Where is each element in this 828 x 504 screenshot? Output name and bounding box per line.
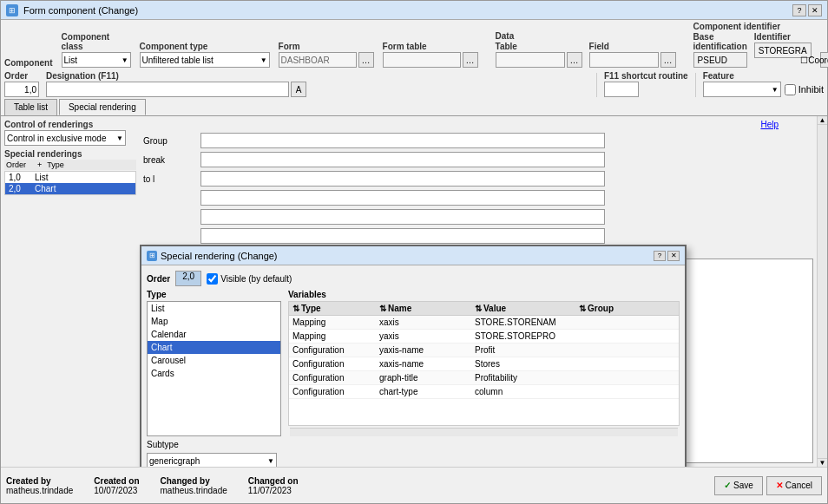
var-row-6[interactable]: Configuration chart-type column	[289, 385, 679, 399]
component-type-group: Component type Unfiltered table list ▼	[140, 42, 270, 68]
designation-icon-btn[interactable]: A	[291, 82, 306, 97]
identifier-label: Identifier	[754, 32, 812, 42]
empty-row-2	[143, 209, 605, 225]
changed-by-item: Changed by matheus.trindade	[161, 476, 227, 495]
combo-arrow-icon: ▼	[122, 56, 128, 64]
col-order: Order	[6, 160, 32, 169]
component-class-combo[interactable]: List ▼	[62, 52, 131, 68]
designation-input[interactable]	[46, 82, 289, 97]
base-id-value: PSEUD	[693, 52, 747, 68]
break-input[interactable]	[200, 152, 605, 167]
type-list-panel: Type List Map Calendar Chart Carousel Ca…	[147, 290, 281, 436]
rendering-row-2[interactable]: 2,0 Chart	[5, 183, 135, 194]
type-item-calendar[interactable]: Calendar	[148, 328, 280, 341]
inhibit-label: Inhibit	[798, 84, 824, 95]
data-table-input[interactable]	[496, 52, 565, 68]
break-row: break	[143, 152, 605, 167]
feature-combo[interactable]: ▼	[703, 82, 781, 97]
dialog-help-btn[interactable]: ?	[654, 251, 666, 261]
type-item-list[interactable]: List	[148, 302, 280, 315]
rendering-row-1[interactable]: 1,0 List	[5, 172, 135, 183]
data-table-browse-btn[interactable]: …	[567, 52, 582, 68]
form-table-input[interactable]	[383, 52, 461, 68]
help-link[interactable]: Help	[760, 120, 779, 129]
changed-by-value: matheus.trindade	[161, 486, 227, 495]
designation-label: Designation (F11)	[46, 71, 589, 81]
var-row-4[interactable]: Configuration xaxis-name Stores	[289, 357, 679, 371]
scrollbar-right: ▲ ▼	[817, 116, 827, 467]
type-item-map[interactable]: Map	[148, 315, 280, 328]
component-type-combo[interactable]: Unfiltered table list ▼	[140, 52, 270, 68]
var-row-2[interactable]: Mapping yaxis STORE.STOREPRO	[289, 330, 679, 344]
separator-3	[596, 73, 597, 97]
var-row-1[interactable]: Mapping xaxis STORE.STORENAM	[289, 316, 679, 330]
type-item-cards[interactable]: Cards	[148, 367, 280, 380]
subtype-row: Subtype	[147, 440, 680, 449]
order-input[interactable]	[4, 82, 39, 97]
created-on-item: Created on 10/07/2023	[94, 476, 139, 495]
empty-row-1	[143, 190, 605, 206]
created-by-item: Created by matheus.trindade	[6, 476, 73, 495]
close-button[interactable]: ✕	[808, 4, 822, 16]
type-item-chart[interactable]: Chart	[148, 341, 280, 354]
dialog-close-btn[interactable]: ✕	[667, 251, 680, 261]
tab-special-rendering[interactable]: Special rendering	[59, 99, 146, 115]
group-input[interactable]	[200, 133, 605, 148]
changed-by-label: Changed by	[161, 476, 227, 486]
field-group: Field …	[589, 42, 676, 68]
f11-input[interactable]	[604, 82, 639, 97]
renderings-table: 1,0 List 2,0 Chart	[4, 171, 136, 195]
tab-table-list[interactable]: Table list	[4, 99, 57, 115]
empty-input-3[interactable]	[200, 228, 605, 244]
var-scrollbar-h	[290, 428, 678, 436]
top-fields-area: Component Component class List ▼ Compone…	[1, 20, 827, 99]
empty-input-2[interactable]	[200, 209, 605, 225]
form-input[interactable]: DASHBOAR	[279, 52, 357, 68]
special-rendering-dialog: ⊞ Special rendering (Change) ? ✕ Order 2…	[140, 245, 687, 467]
var-row-3[interactable]: Configuration yaxis-name Profit	[289, 344, 679, 357]
main-save-btn[interactable]: ✓ Save	[714, 476, 763, 495]
visible-checkbox[interactable]	[207, 273, 218, 285]
created-on-value: 10/07/2023	[94, 486, 139, 495]
tol-label: to l	[143, 174, 195, 184]
coordinates-btn[interactable]: ☐ Coordinates	[820, 52, 828, 68]
changed-on-value: 11/07/2023	[248, 486, 299, 495]
f11-group: F11 shortcut routine	[604, 71, 688, 97]
form-browse-btn[interactable]: …	[358, 52, 374, 68]
feature-label: Feature	[703, 71, 824, 81]
component-label: Component	[4, 58, 53, 68]
main-cancel-x-icon: ✕	[776, 481, 783, 490]
field-input[interactable]	[589, 52, 659, 68]
dialog-icon: ⊞	[147, 251, 157, 261]
scroll-down-btn[interactable]: ▼	[818, 458, 827, 467]
main-window: ⊞ Form component (Change) ? ✕ Component …	[0, 0, 828, 504]
empty-input-1[interactable]	[200, 190, 605, 206]
variables-table: ⇅ Type ⇅ Name ⇅ Value	[288, 301, 680, 426]
f11-label: F11 shortcut routine	[604, 71, 688, 81]
help-button[interactable]: ?	[792, 4, 806, 16]
tol-input[interactable]	[200, 171, 605, 187]
base-id-group: Base identification PSEUD	[693, 32, 747, 68]
scroll-up-btn[interactable]: ▲	[818, 116, 827, 125]
control-combo[interactable]: Control in exclusive mode ▼	[4, 130, 126, 146]
subtype-combo[interactable]: genericgraph ▼	[147, 453, 277, 467]
type-item-carousel[interactable]: Carousel	[148, 354, 280, 367]
dialog-order-input[interactable]: 2,0	[175, 271, 201, 286]
order-group: Order	[4, 71, 39, 97]
subtype-arrow: ▼	[267, 457, 274, 465]
dialog-title-bar: ⊞ Special rendering (Change) ? ✕	[141, 246, 685, 265]
inhibit-checkbox[interactable]	[785, 84, 796, 95]
special-renderings-group: Special renderings Order + Type 1,0 List…	[4, 149, 136, 195]
created-on-label: Created on	[94, 476, 139, 486]
field-browse-btn[interactable]: …	[660, 52, 676, 68]
main-cancel-btn[interactable]: ✕ Cancel	[766, 476, 822, 495]
var-row-5[interactable]: Configuration graph-title Profitability	[289, 371, 679, 385]
form-table-browse-btn[interactable]: …	[463, 52, 478, 68]
add-icon[interactable]: +	[37, 160, 42, 169]
subtype-label: Subtype	[147, 440, 179, 449]
designation-group: Designation (F11) A	[46, 71, 589, 97]
created-by-label: Created by	[6, 476, 73, 486]
data-table-label: Table	[496, 42, 582, 51]
title-bar-left: ⊞ Form component (Change)	[6, 4, 138, 16]
scroll-track	[818, 125, 827, 458]
